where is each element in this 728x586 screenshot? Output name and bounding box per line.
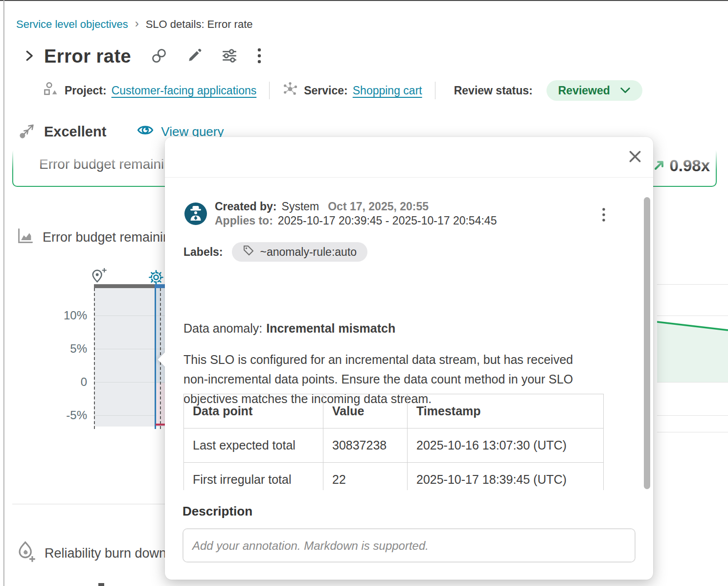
budget-series-line bbox=[657, 317, 728, 383]
cell-data-point: First irregular total bbox=[184, 463, 323, 491]
meta-row: Project: Customer-facing applications Se… bbox=[43, 80, 642, 101]
y-tick-0: 0 bbox=[44, 375, 87, 389]
created-by-label: Created by: bbox=[215, 200, 277, 214]
burn-down-section-title: Reliability burn down bbox=[15, 540, 166, 567]
copy-link-button[interactable] bbox=[148, 45, 170, 68]
breadcrumb-separator-icon: › bbox=[135, 17, 139, 30]
table-row: Last expected total 30837238 2025-10-16 … bbox=[184, 428, 604, 463]
cell-value: 22 bbox=[323, 463, 408, 491]
labels-row: Labels: ~anomaly-rule:auto bbox=[183, 242, 367, 262]
service-icon bbox=[282, 81, 298, 100]
service-label: Service: bbox=[304, 84, 348, 97]
budget-chart-plot bbox=[94, 284, 165, 429]
annotation-input[interactable] bbox=[182, 528, 636, 563]
link-icon bbox=[150, 47, 168, 66]
collapse-chevron-icon[interactable] bbox=[22, 47, 36, 66]
right-gridline bbox=[657, 432, 728, 432]
modal-scrollbar[interactable] bbox=[644, 197, 650, 489]
col-header-timestamp: Timestamp bbox=[408, 394, 604, 428]
review-status-label: Review status: bbox=[454, 84, 533, 97]
project-link[interactable]: Customer-facing applications bbox=[112, 84, 257, 97]
applies-to-range: 2025-10-17 20:39:45 - 2025-10-17 20:54:4… bbox=[278, 214, 497, 228]
table-header-row: Data point Value Timestamp bbox=[184, 394, 604, 428]
cell-timestamp: 2025-10-17 18:39:45 (UTC) bbox=[408, 463, 604, 491]
kebab-icon bbox=[256, 47, 262, 66]
breach-zone bbox=[157, 383, 165, 424]
chevron-down-icon bbox=[620, 84, 631, 97]
project-label: Project: bbox=[65, 84, 107, 97]
timeline-bar bbox=[94, 284, 155, 288]
modal-scroll-area[interactable]: Created by: System Oct 17, 2025, 20:55 A… bbox=[165, 178, 653, 490]
burn-rate-value: 0.98x bbox=[669, 157, 710, 175]
right-gridline-zero bbox=[657, 382, 728, 383]
labels-label: Labels: bbox=[183, 246, 223, 259]
created-by-value: System bbox=[282, 200, 319, 214]
tag-icon bbox=[243, 245, 254, 259]
right-gridline bbox=[657, 415, 728, 416]
title-actions bbox=[148, 45, 264, 68]
label-tag-text: ~anomaly-rule:auto bbox=[260, 246, 357, 259]
trend-up-arrow-icon bbox=[654, 159, 665, 173]
cell-data-point: Last expected total bbox=[184, 428, 323, 463]
eye-icon bbox=[136, 122, 154, 141]
window-top-border bbox=[0, 0, 728, 1]
anomaly-heading: Data anomaly: Incremental mismatch bbox=[183, 321, 395, 336]
label-pill[interactable]: ~anomaly-rule:auto bbox=[232, 242, 368, 262]
col-header-value: Value bbox=[323, 394, 408, 428]
right-gridline bbox=[657, 316, 728, 316]
y-tick-10: 10% bbox=[44, 309, 87, 322]
review-status-dropdown[interactable]: Reviewed bbox=[546, 80, 642, 101]
selection-left-edge[interactable] bbox=[94, 288, 95, 429]
more-actions-button[interactable] bbox=[254, 45, 264, 68]
summary-card-label: Error budget remaining bbox=[39, 157, 179, 172]
burn-down-title-text: Reliability burn down bbox=[45, 546, 166, 561]
annotation-marker-line[interactable] bbox=[155, 288, 156, 429]
window-left-border bbox=[3, 0, 4, 586]
meta-divider bbox=[269, 82, 270, 99]
service-link[interactable]: Shopping cart bbox=[353, 84, 422, 97]
kebab-icon bbox=[601, 207, 606, 224]
dart-icon bbox=[19, 121, 35, 142]
area-chart-icon bbox=[16, 227, 34, 248]
y-tick-5: 5% bbox=[44, 342, 87, 356]
page-title: Error rate bbox=[44, 46, 131, 67]
budget-chart-title: Error budget remaining bbox=[16, 227, 178, 248]
project-icon bbox=[43, 81, 59, 100]
breadcrumb: Service level objectives › SLO details: … bbox=[16, 18, 253, 31]
applies-to-label: Applies to: bbox=[215, 214, 273, 228]
threshold-marker bbox=[156, 424, 165, 426]
anomaly-label: Data anomaly: bbox=[183, 321, 262, 336]
table-row: First irregular total 22 2025-10-17 18:3… bbox=[184, 463, 604, 491]
right-gridline bbox=[657, 284, 728, 285]
anomaly-type: Incremental mismatch bbox=[266, 321, 395, 336]
description-heading: Description bbox=[182, 504, 252, 519]
slo-details-page: Service level objectives › SLO details: … bbox=[0, 0, 728, 586]
settings-button[interactable] bbox=[218, 45, 241, 68]
created-block: Created by: System Oct 17, 2025, 20:55 A… bbox=[215, 200, 497, 228]
clipped-background-mark bbox=[98, 583, 104, 586]
edit-button[interactable] bbox=[184, 45, 205, 68]
system-avatar bbox=[184, 203, 207, 225]
modal-close-button[interactable] bbox=[626, 148, 644, 167]
sliders-icon bbox=[220, 47, 239, 66]
breadcrumb-current: SLO details: Error rate bbox=[146, 18, 253, 31]
modal-more-actions-button[interactable] bbox=[599, 205, 608, 226]
cell-timestamp: 2025-10-16 13:07:30 (UTC) bbox=[408, 428, 604, 463]
selection-region bbox=[94, 288, 160, 427]
y-tick-neg5: -5% bbox=[44, 408, 87, 422]
breadcrumb-link-slo[interactable]: Service level objectives bbox=[16, 18, 128, 31]
created-at: Oct 17, 2025, 20:55 bbox=[328, 200, 429, 214]
annotation-modal: Created by: System Oct 17, 2025, 20:55 A… bbox=[165, 137, 653, 580]
timeline-bar-selected bbox=[155, 284, 165, 288]
title-row: Error rate bbox=[22, 45, 264, 68]
cell-value: 30837238 bbox=[323, 428, 408, 463]
pencil-icon bbox=[186, 47, 203, 66]
review-status-value: Reviewed bbox=[558, 84, 610, 97]
slo-grade: Excellent bbox=[44, 124, 106, 140]
col-header-data-point: Data point bbox=[184, 394, 323, 428]
flame-plus-icon bbox=[15, 540, 37, 567]
close-icon bbox=[628, 150, 642, 165]
budget-chart-title-text: Error budget remaining bbox=[43, 230, 178, 245]
anomaly-table: Data point Value Timestamp Last expected… bbox=[183, 394, 604, 490]
burn-rate: 0.98x bbox=[654, 157, 710, 175]
